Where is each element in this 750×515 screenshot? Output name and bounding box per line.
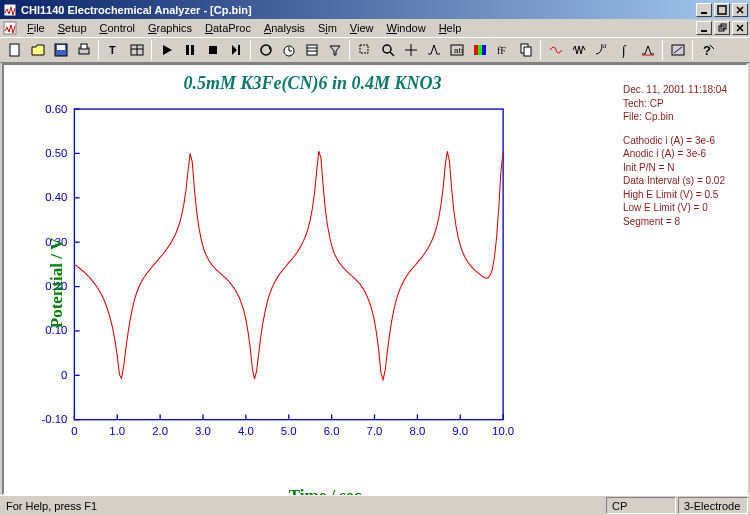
tool-macro-icon[interactable] [300, 39, 323, 61]
status-mode2: 3-Electrode [678, 497, 748, 514]
svg-rect-39 [524, 47, 531, 56]
menu-graphics[interactable]: Graphics [142, 20, 198, 36]
plot[interactable]: 01.02.03.04.05.06.07.08.09.010.0 -0.1000… [80, 105, 570, 460]
menu-sim[interactable]: Sim [312, 20, 343, 36]
app-icon [2, 2, 18, 18]
tool-textopts-icon[interactable]: ab [445, 39, 468, 61]
svg-rect-17 [191, 45, 194, 55]
svg-text:4.0: 4.0 [238, 425, 254, 437]
svg-text:1.0: 1.0 [109, 425, 125, 437]
tool-skip-icon[interactable] [224, 39, 247, 61]
tool-zoom-icon[interactable] [376, 39, 399, 61]
svg-rect-35 [478, 45, 482, 55]
mdi-close-button[interactable] [732, 21, 748, 35]
chart-title: 0.5mM K3Fe(CN)6 in 0.4M KNO3 [4, 73, 621, 94]
info-segment: Segment = 8 [623, 215, 741, 229]
tool-pause-icon[interactable] [178, 39, 201, 61]
tool-smooth-icon[interactable] [544, 39, 567, 61]
svg-text:6.0: 6.0 [324, 425, 340, 437]
svg-point-28 [383, 45, 391, 53]
status-mode1: CP [606, 497, 676, 514]
mdi-restore-button[interactable] [714, 21, 730, 35]
chart-area: 0.5mM K3Fe(CN)6 in 0.4M KNO3 01.02.03.04… [4, 65, 621, 493]
tool-stop-icon[interactable] [201, 39, 224, 61]
toolbar: T ab fF d ∫ ? [0, 37, 750, 63]
svg-text:10.0: 10.0 [492, 425, 514, 437]
document-icon [2, 20, 18, 36]
menu-view[interactable]: View [344, 20, 380, 36]
svg-rect-18 [209, 46, 217, 54]
svg-rect-46 [74, 109, 503, 420]
svg-line-29 [390, 52, 394, 56]
svg-line-44 [674, 47, 682, 53]
svg-text:2.0: 2.0 [152, 425, 168, 437]
menu-file[interactable]: File [21, 20, 51, 36]
tool-repeat-icon[interactable] [254, 39, 277, 61]
tool-zoomselect-icon[interactable] [353, 39, 376, 61]
svg-rect-11 [81, 44, 87, 49]
tool-color-icon[interactable] [468, 39, 491, 61]
svg-text:T: T [109, 44, 116, 56]
menu-control[interactable]: Control [94, 20, 141, 36]
menu-setup[interactable]: Setup [52, 20, 93, 36]
info-lowe: Low E Limit (V) = 0 [623, 201, 741, 215]
svg-rect-9 [57, 45, 65, 50]
svg-rect-7 [10, 44, 19, 56]
mdi-controls [696, 21, 748, 35]
menu-dataproc[interactable]: DataProc [199, 20, 257, 36]
tool-open-icon[interactable] [26, 39, 49, 61]
tool-run-icon[interactable] [155, 39, 178, 61]
tool-print-icon[interactable] [72, 39, 95, 61]
svg-rect-27 [360, 45, 368, 53]
tool-calibrate-icon[interactable] [666, 39, 689, 61]
info-file: File: Cp.bin [623, 110, 741, 124]
tool-help-icon[interactable]: ? [696, 39, 719, 61]
info-initpn: Init P/N = N [623, 161, 741, 175]
close-button[interactable] [732, 3, 748, 17]
tool-filter-icon[interactable] [323, 39, 346, 61]
svg-rect-2 [718, 6, 726, 14]
svg-rect-34 [474, 45, 478, 55]
tool-technique-icon[interactable]: T [102, 39, 125, 61]
menu-analysis[interactable]: Analysis [258, 20, 311, 36]
tool-cursor-icon[interactable] [399, 39, 422, 61]
tool-font-icon[interactable]: fF [491, 39, 514, 61]
svg-text:fF: fF [497, 45, 506, 56]
svg-text:8.0: 8.0 [409, 425, 425, 437]
statusbar: For Help, press F1 CP 3-Electrode [0, 495, 750, 515]
menubar-row: File Setup Control Graphics DataProc Ana… [0, 19, 750, 37]
svg-text:d: d [603, 43, 606, 49]
info-tech: Tech: CP [623, 97, 741, 111]
tool-deriv-icon[interactable]: d [590, 39, 613, 61]
status-help: For Help, press F1 [0, 497, 604, 514]
svg-text:∫: ∫ [621, 43, 627, 58]
info-panel: Dec. 11, 2001 11:18:04 Tech: CP File: Cp… [621, 65, 746, 233]
minimize-button[interactable] [696, 3, 712, 17]
tool-baseline-icon[interactable] [636, 39, 659, 61]
svg-text:ab: ab [454, 46, 463, 55]
tool-params-icon[interactable] [125, 39, 148, 61]
svg-text:7.0: 7.0 [367, 425, 383, 437]
tool-save-icon[interactable] [49, 39, 72, 61]
tool-new-icon[interactable] [3, 39, 26, 61]
svg-rect-36 [482, 45, 486, 55]
tool-wave-icon[interactable] [567, 39, 590, 61]
window-title: CHI1140 Electrochemical Analyzer - [Cp.b… [21, 4, 696, 16]
svg-rect-16 [186, 45, 189, 55]
svg-text:5.0: 5.0 [281, 425, 297, 437]
tool-timer-icon[interactable] [277, 39, 300, 61]
window-controls [696, 3, 748, 17]
maximize-button[interactable] [714, 3, 730, 17]
menu-help[interactable]: Help [433, 20, 468, 36]
svg-text:0: 0 [71, 425, 77, 437]
svg-text:9.0: 9.0 [452, 425, 468, 437]
svg-rect-19 [238, 45, 240, 55]
mdi-minimize-button[interactable] [696, 21, 712, 35]
info-interval: Data Interval (s) = 0.02 [623, 174, 741, 188]
menubar: File Setup Control Graphics DataProc Ana… [21, 20, 467, 36]
menu-window[interactable]: Window [381, 20, 432, 36]
tool-peak-icon[interactable] [422, 39, 445, 61]
info-anodic: Anodic i (A) = 3e-6 [623, 147, 741, 161]
tool-copy-icon[interactable] [514, 39, 537, 61]
tool-integ-icon[interactable]: ∫ [613, 39, 636, 61]
